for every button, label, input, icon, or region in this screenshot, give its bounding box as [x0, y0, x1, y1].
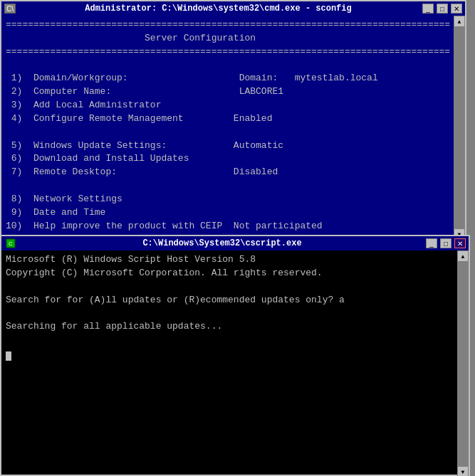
- cscript-scroll-up[interactable]: ▲: [457, 250, 469, 262]
- cscript-scrollbar[interactable]: ▲ ▼: [457, 250, 469, 476]
- sconfig-close-button[interactable]: ✕: [451, 4, 462, 14]
- sconfig-window: C\ Administrator: C:\Windows\system32\cm…: [0, 0, 466, 238]
- svg-text:C: C: [9, 240, 13, 247]
- cscript-close-button[interactable]: ✕: [454, 238, 466, 248]
- sconfig-console: ========================================…: [1, 16, 465, 237]
- sconfig-scrollbar[interactable]: ▲ ▼: [454, 16, 465, 240]
- sconfig-title-bar: C\ Administrator: C:\Windows\system32\cm…: [1, 1, 465, 16]
- sconfig-window-controls: _ □ ✕: [421, 4, 462, 14]
- cursor-blink: [6, 351, 11, 361]
- cscript-window-controls: _ □ ✕: [424, 238, 466, 248]
- sconfig-minimize-button[interactable]: _: [422, 4, 434, 14]
- cscript-maximize-button[interactable]: □: [440, 238, 451, 248]
- cscript-title-bar: C C:\Windows\System32\cscript.exe _ □ ✕: [1, 236, 469, 250]
- sconfig-console-text: ========================================…: [6, 18, 461, 237]
- cscript-console-text: Microsoft (R) Windows Script Host Versio…: [6, 253, 464, 361]
- cscript-console: Microsoft (R) Windows Script Host Versio…: [1, 250, 469, 475]
- cscript-title-text: C:\Windows\System32\cscript.exe: [20, 238, 424, 248]
- sconfig-scroll-track: [454, 27, 465, 228]
- sconfig-scroll-up[interactable]: ▲: [454, 16, 465, 27]
- sconfig-window-icon: C\: [4, 4, 16, 14]
- cscript-scroll-down[interactable]: ▼: [457, 466, 469, 476]
- cscript-minimize-button[interactable]: _: [426, 238, 437, 248]
- cscript-window-icon: C: [4, 238, 17, 248]
- cscript-window: C C:\Windows\System32\cscript.exe _ □ ✕ …: [0, 235, 470, 476]
- sconfig-maximize-button[interactable]: □: [437, 4, 448, 14]
- sconfig-title-text: Administrator: C:\Windows\system32\cmd.e…: [16, 4, 421, 14]
- cscript-scroll-track: [457, 262, 469, 466]
- cscript-icon-svg: C: [6, 238, 16, 248]
